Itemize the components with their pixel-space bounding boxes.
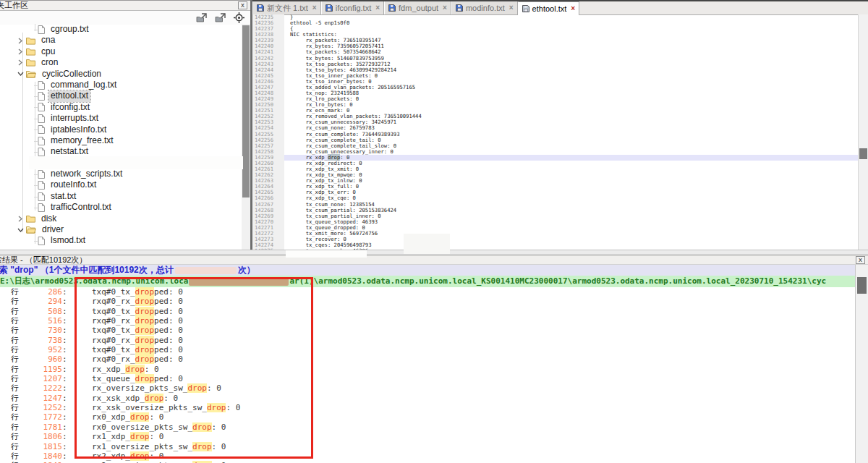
tree-item-driver[interactable]: driver bbox=[0, 224, 242, 235]
match-highlight: drop bbox=[135, 345, 155, 354]
results-vertical-scrollbar[interactable] bbox=[855, 265, 868, 463]
tree-item-label: ifconfig.txt bbox=[48, 102, 92, 113]
tab-close-icon[interactable]: × bbox=[571, 5, 575, 12]
search-result-row[interactable]: 行730:txq#0_tx_dropped: 0 bbox=[0, 326, 856, 335]
tree-item-interrupts-txt[interactable]: interrupts.txt bbox=[0, 113, 242, 124]
chevron-right-icon[interactable] bbox=[17, 38, 26, 44]
result-text: rx_oversize_pkts_sw_drop: 0 bbox=[92, 383, 221, 393]
collapse-all-icon[interactable] bbox=[214, 12, 226, 23]
search-results-panel: 搜索结果 - （匹配10192次） x 搜索 "drop" （1个文件中匹配到1… bbox=[0, 255, 868, 463]
result-line-label: 行 bbox=[11, 432, 22, 441]
file-icon bbox=[38, 170, 45, 179]
tab-modinfo-txt[interactable]: modinfo.txt× bbox=[451, 1, 518, 14]
search-result-row[interactable]: 行516:rxq#0_rx_dropped: 0 bbox=[0, 316, 856, 326]
search-result-row[interactable]: 行1815:rx1_oversize_pkts_sw_drop: 0 bbox=[0, 442, 856, 451]
editor-lines: 142235}142236ethtool -S enp1s0f0142237{1… bbox=[252, 14, 868, 252]
result-line-number: 1772 bbox=[22, 412, 62, 422]
tab-ifconfig-txt[interactable]: ifconfig.txt× bbox=[321, 1, 384, 14]
tab-close-icon[interactable]: × bbox=[312, 4, 317, 12]
result-colon: : bbox=[62, 336, 67, 345]
line-text: rx_xdp_tx_full: 0 bbox=[284, 184, 868, 190]
search-result-row[interactable]: 行286:txq#0_tx_dropped: 0 bbox=[0, 287, 856, 297]
search-result-row[interactable]: 行1222:rx_oversize_pkts_sw_drop: 0 bbox=[0, 383, 856, 393]
chevron-right-icon[interactable] bbox=[17, 48, 26, 55]
search-result-row[interactable]: 行1195:rx_xdp_drop: 0 bbox=[0, 365, 856, 374]
match-highlight: drop bbox=[207, 403, 226, 412]
chevron-right-icon[interactable] bbox=[17, 216, 26, 222]
tree-item-netstat-txt[interactable]: netstat.txt bbox=[0, 146, 242, 157]
tab-fdm-output[interactable]: fdm_output× bbox=[384, 1, 451, 14]
tab--1-txt[interactable]: 新文件 1.txt× bbox=[252, 1, 321, 14]
tree-item-trafficcontrol-txt[interactable]: trafficControl.txt bbox=[0, 202, 242, 213]
tree-item-label: cpu bbox=[39, 46, 57, 57]
search-result-row[interactable]: 行1252:rx_xsk_oversize_pkts_sw_drop: 0 bbox=[0, 403, 856, 412]
editor-vertical-scrollbar[interactable] bbox=[858, 14, 868, 252]
result-line-number: 294 bbox=[22, 297, 62, 306]
folder-icon bbox=[26, 37, 35, 45]
search-result-row[interactable]: 行1781:rx0_oversize_pkts_sw_drop: 0 bbox=[0, 422, 856, 432]
result-line-number: 1781 bbox=[22, 422, 62, 432]
line-text: tx_added_vlan_packets: 205165957165 bbox=[284, 85, 868, 90]
chevron-down-icon[interactable] bbox=[17, 71, 26, 77]
workspace-tree-scrollbar-thumb[interactable] bbox=[242, 25, 250, 197]
search-result-row[interactable]: 行1207:tx_queue_dropped: 0 bbox=[0, 374, 856, 383]
tree-item-cron[interactable]: cron bbox=[0, 57, 242, 68]
search-results-titlebar: 搜索结果 - （匹配10192次） x bbox=[0, 255, 868, 265]
tab-close-icon[interactable]: × bbox=[509, 4, 514, 12]
tree-item-cycliccollection[interactable]: cyclicCollection bbox=[0, 69, 242, 80]
tree-item-ethtool-txt[interactable]: ethtool.txt bbox=[0, 90, 242, 101]
result-colon: : bbox=[62, 307, 67, 316]
result-line-number: 286 bbox=[22, 287, 62, 297]
workspace-close-button[interactable]: x bbox=[238, 1, 247, 9]
search-summary-line[interactable]: 搜索 "drop" （1个文件中匹配到10192次，总计次） bbox=[0, 265, 856, 276]
search-results-close-button[interactable]: x bbox=[856, 256, 865, 264]
tree-item-stat-txt[interactable]: stat.txt bbox=[0, 191, 242, 202]
search-file-path-line[interactable]: E:\日志\armod0523.odata.ncmp.unicom.locaar… bbox=[0, 276, 856, 287]
search-result-row[interactable]: 行508:txq#0_tx_dropped: 0 bbox=[0, 307, 856, 316]
tree-item-disk[interactable]: disk bbox=[0, 213, 242, 224]
result-text: rx_xsk_xdp_drop: 0 bbox=[92, 394, 178, 403]
tree-item-routeinfo-txt[interactable]: routeInfo.txt bbox=[0, 179, 242, 190]
tab-close-icon[interactable]: × bbox=[443, 4, 447, 12]
result-colon: : bbox=[62, 412, 67, 422]
tree-item-cpu[interactable]: cpu bbox=[0, 46, 242, 57]
search-result-row[interactable]: 行1806:rx1_xdp_drop: 0 bbox=[0, 432, 856, 441]
tab-close-icon[interactable]: × bbox=[375, 4, 380, 12]
results-scrollbar-thumb[interactable] bbox=[857, 277, 867, 294]
search-result-row[interactable]: 行294:rxq#0_rx_dropped: 0 bbox=[0, 297, 856, 306]
folder-icon bbox=[26, 215, 35, 223]
search-result-row[interactable]: 行952:txq#0_tx_dropped: 0 bbox=[0, 345, 856, 354]
chevron-right-icon[interactable] bbox=[17, 59, 26, 66]
search-result-row[interactable]: 行1247:rx_xsk_xdp_drop: 0 bbox=[0, 394, 856, 403]
result-text: rxq#0_rx_dropped: 0 bbox=[92, 336, 183, 345]
saved-file-icon bbox=[326, 4, 333, 12]
tree-item-memory-free-txt[interactable]: memory_free.txt bbox=[0, 135, 242, 146]
tree-item-lsmod-txt[interactable]: lsmod.txt bbox=[0, 235, 242, 246]
locate-current-file-icon[interactable] bbox=[232, 12, 244, 23]
tree-item-cgroup-txt[interactable]: cgroup.txt bbox=[0, 24, 242, 35]
editor-line: 142237{ bbox=[252, 26, 868, 32]
tree-item-label: cron bbox=[39, 57, 60, 68]
expand-all-icon[interactable] bbox=[195, 12, 208, 23]
tab-ethtool-txt[interactable]: ethtool.txt× bbox=[518, 1, 580, 15]
line-text: rx_xdp_redirect: 0 bbox=[284, 161, 868, 166]
result-colon: : bbox=[62, 345, 67, 354]
line-text: tx_recover: 0 bbox=[284, 237, 868, 242]
editor-scrollbar-thumb[interactable] bbox=[859, 148, 867, 159]
search-result-list: 行286:txq#0_tx_dropped: 0行294:rxq#0_rx_dr… bbox=[0, 287, 856, 463]
line-text: rx_xdp_tx_xmit: 0 bbox=[284, 166, 868, 172]
search-result-row[interactable]: 行1840:rx2_xdp_drop: 0 bbox=[0, 451, 856, 461]
chevron-down-icon[interactable] bbox=[17, 227, 26, 233]
tree-item-command-log-txt[interactable]: command_log.txt bbox=[0, 80, 242, 90]
tree-item-ifconfig-txt[interactable]: ifconfig.txt bbox=[0, 102, 242, 113]
tree-item-network-scripts-txt[interactable]: network_scripts.txt bbox=[0, 169, 242, 179]
tree-item-cna[interactable]: cna bbox=[0, 35, 242, 46]
redaction-blob bbox=[189, 278, 289, 286]
workspace-tree-scrollbar[interactable] bbox=[242, 24, 250, 252]
line-text: rx_xdp_tx_mpwqe: 0 bbox=[284, 172, 868, 178]
search-result-row[interactable]: 行960:rxq#0_rx_dropped: 0 bbox=[0, 354, 856, 364]
tree-item-iptablesinfo-txt[interactable]: iptablesInfo.txt bbox=[0, 124, 242, 135]
search-result-row[interactable]: 行738:rxq#0_rx_dropped: 0 bbox=[0, 336, 856, 345]
editor-text-area[interactable]: 142235}142236ethtool -S enp1s0f0142237{1… bbox=[252, 14, 868, 252]
search-result-row[interactable]: 行1772:rx0_xdp_drop: 0 bbox=[0, 412, 856, 422]
